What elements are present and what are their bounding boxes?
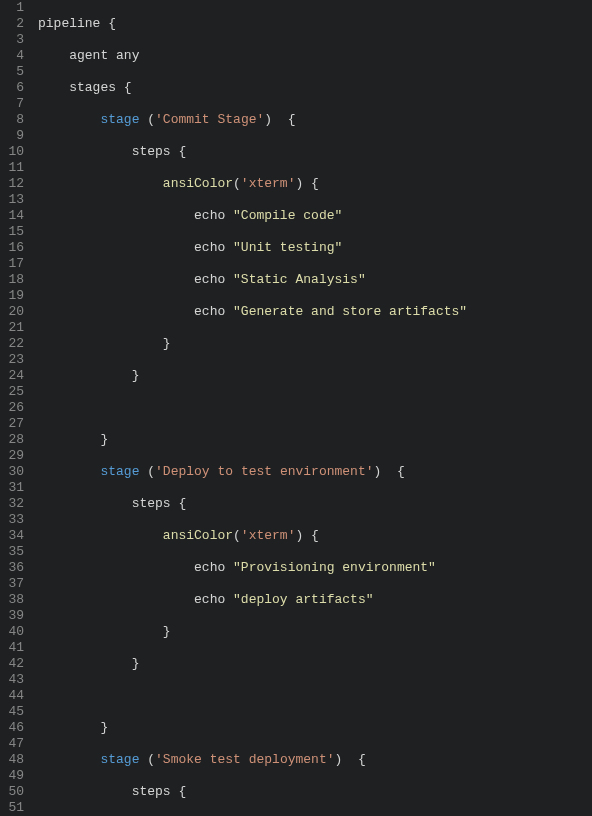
code-line[interactable]: stage ('Smoke test deployment') { bbox=[38, 752, 592, 768]
code-line[interactable] bbox=[38, 400, 592, 416]
line-number: 15 bbox=[6, 224, 24, 240]
code-line[interactable]: } bbox=[38, 624, 592, 640]
line-number: 50 bbox=[6, 784, 24, 800]
code-line[interactable]: echo "Unit testing" bbox=[38, 240, 592, 256]
line-number: 9 bbox=[6, 128, 24, 144]
line-number: 23 bbox=[6, 352, 24, 368]
line-number: 27 bbox=[6, 416, 24, 432]
code-line[interactable]: pipeline { bbox=[38, 16, 592, 32]
code-line[interactable]: echo "deploy artifacts" bbox=[38, 592, 592, 608]
line-number: 2 bbox=[6, 16, 24, 32]
code-line[interactable]: ansiColor('xterm') { bbox=[38, 176, 592, 192]
line-number: 31 bbox=[6, 480, 24, 496]
line-number: 20 bbox=[6, 304, 24, 320]
line-number: 39 bbox=[6, 608, 24, 624]
code-line[interactable]: } bbox=[38, 336, 592, 352]
code-line[interactable]: stage ('Deploy to test environment') { bbox=[38, 464, 592, 480]
code-line[interactable]: } bbox=[38, 656, 592, 672]
line-number: 48 bbox=[6, 752, 24, 768]
code-line[interactable]: } bbox=[38, 720, 592, 736]
line-number: 24 bbox=[6, 368, 24, 384]
line-number: 40 bbox=[6, 624, 24, 640]
line-number: 7 bbox=[6, 96, 24, 112]
line-number: 49 bbox=[6, 768, 24, 784]
line-number: 37 bbox=[6, 576, 24, 592]
line-number: 5 bbox=[6, 64, 24, 80]
line-number: 4 bbox=[6, 48, 24, 64]
line-number: 43 bbox=[6, 672, 24, 688]
line-number: 32 bbox=[6, 496, 24, 512]
line-number: 19 bbox=[6, 288, 24, 304]
code-line[interactable] bbox=[38, 688, 592, 704]
code-line[interactable]: echo "Provisioning environment" bbox=[38, 560, 592, 576]
line-number: 36 bbox=[6, 560, 24, 576]
line-number: 41 bbox=[6, 640, 24, 656]
line-number: 11 bbox=[6, 160, 24, 176]
line-number: 45 bbox=[6, 704, 24, 720]
line-number: 22 bbox=[6, 336, 24, 352]
code-line[interactable]: echo "Static Analysis" bbox=[38, 272, 592, 288]
line-number: 6 bbox=[6, 80, 24, 96]
code-line[interactable]: steps { bbox=[38, 784, 592, 800]
line-number: 33 bbox=[6, 512, 24, 528]
line-number: 3 bbox=[6, 32, 24, 48]
code-line[interactable]: agent any bbox=[38, 48, 592, 64]
line-number: 44 bbox=[6, 688, 24, 704]
line-number: 13 bbox=[6, 192, 24, 208]
line-number: 28 bbox=[6, 432, 24, 448]
line-number: 21 bbox=[6, 320, 24, 336]
line-number: 14 bbox=[6, 208, 24, 224]
code-line[interactable]: steps { bbox=[38, 496, 592, 512]
line-number-gutter: 1234567891011121314151617181920212223242… bbox=[0, 0, 34, 816]
line-number: 47 bbox=[6, 736, 24, 752]
line-number: 29 bbox=[6, 448, 24, 464]
line-number: 46 bbox=[6, 720, 24, 736]
line-number: 25 bbox=[6, 384, 24, 400]
line-number: 42 bbox=[6, 656, 24, 672]
line-number: 35 bbox=[6, 544, 24, 560]
code-line[interactable]: echo "Compile code" bbox=[38, 208, 592, 224]
line-number: 34 bbox=[6, 528, 24, 544]
line-number: 1 bbox=[6, 0, 24, 16]
line-number: 16 bbox=[6, 240, 24, 256]
line-number: 30 bbox=[6, 464, 24, 480]
line-number: 12 bbox=[6, 176, 24, 192]
line-number: 17 bbox=[6, 256, 24, 272]
code-area[interactable]: pipeline { agent any stages { stage ('Co… bbox=[34, 0, 592, 816]
code-line[interactable]: } bbox=[38, 432, 592, 448]
line-number: 26 bbox=[6, 400, 24, 416]
code-editor[interactable]: 1234567891011121314151617181920212223242… bbox=[0, 0, 592, 816]
line-number: 51 bbox=[6, 800, 24, 816]
code-line[interactable]: stage ('Commit Stage') { bbox=[38, 112, 592, 128]
code-line[interactable]: echo "Generate and store artifacts" bbox=[38, 304, 592, 320]
code-line[interactable]: stages { bbox=[38, 80, 592, 96]
line-number: 18 bbox=[6, 272, 24, 288]
line-number: 8 bbox=[6, 112, 24, 128]
code-line[interactable]: ansiColor('xterm') { bbox=[38, 528, 592, 544]
line-number: 10 bbox=[6, 144, 24, 160]
line-number: 38 bbox=[6, 592, 24, 608]
code-line[interactable]: steps { bbox=[38, 144, 592, 160]
code-line[interactable]: } bbox=[38, 368, 592, 384]
